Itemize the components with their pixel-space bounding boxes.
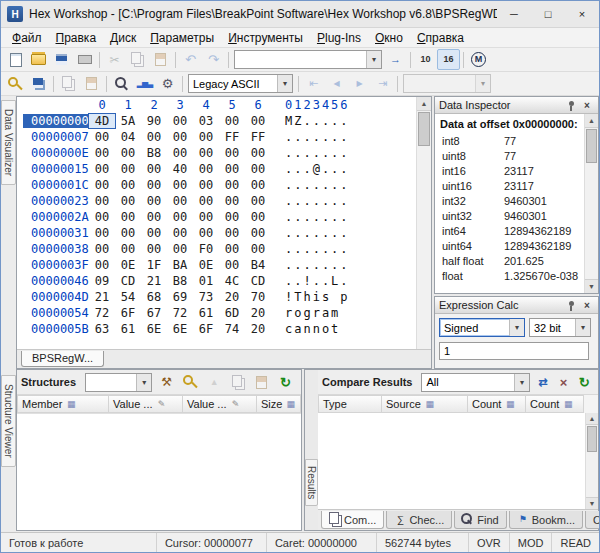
tab-bookmarks[interactable]: Bookm... [509,511,583,529]
hex-scrollbar-thumb[interactable] [418,112,430,146]
hex-byte-cell[interactable]: 00 [219,194,245,208]
compare-scrollbar[interactable] [585,413,598,509]
hex-byte-cell[interactable]: 61 [115,322,141,336]
ascii-cell[interactable]: ....... [285,258,350,272]
hex-byte-cell[interactable]: 1F [141,258,167,272]
hex-offset[interactable]: 00000046 [23,274,89,288]
hex-offset[interactable]: 00000054 [23,306,89,320]
hex-byte-cell[interactable]: 00 [219,146,245,160]
hex-offset[interactable]: 0000000E [23,146,89,160]
hex-byte-cell[interactable]: 00 [141,242,167,256]
tab-find[interactable]: Find [454,511,506,529]
hex-offset[interactable]: 00000015 [23,162,89,176]
hex-byte-cell[interactable]: 00 [167,146,193,160]
hex-byte-cell[interactable]: 6D [219,306,245,320]
structures-column-size[interactable]: Size [257,395,301,413]
menu-plugins[interactable]: Plug-Ins [310,29,368,47]
hex-byte-cell[interactable]: 74 [219,322,245,336]
hex-byte-cell[interactable]: 70 [245,290,271,304]
hex-offset[interactable]: 00000038 [23,242,89,256]
hex-byte-cell[interactable]: B8 [141,146,167,160]
hex-byte-cell[interactable]: 00 [219,242,245,256]
ascii-cell[interactable]: ....... [285,130,350,144]
hex-byte-cell[interactable]: 6F [193,322,219,336]
inspector-row[interactable]: int6412894362189 [435,223,584,238]
inspector-row[interactable]: int1623117 [435,163,584,178]
hex-byte-cell[interactable]: 00 [89,162,115,176]
inspector-row[interactable]: uint877 [435,148,584,163]
print-button[interactable] [73,49,96,70]
structures-column-value[interactable]: Value ... [109,395,183,413]
document-tab[interactable]: BPSRegW... [21,351,104,367]
find-button[interactable] [110,73,133,94]
structure-refresh-button[interactable] [274,372,297,393]
hex-byte-cell[interactable]: 68 [141,290,167,304]
hex-byte-cell[interactable]: 00 [115,242,141,256]
hex-byte-cell[interactable]: 00 [193,194,219,208]
compare-results-list[interactable] [318,413,585,509]
hex-byte-cell[interactable]: 00 [141,162,167,176]
hex-offset[interactable]: 0000004D [23,290,89,304]
goto-offset-combo[interactable] [234,50,382,69]
ascii-cell[interactable]: ....... [285,210,350,224]
tab-results[interactable]: Results [305,459,318,506]
hex-byte-cell[interactable]: 73 [193,290,219,304]
inspector-row[interactable]: float1.325670e-038 [435,268,584,283]
pin-icon[interactable] [564,299,578,312]
ascii-cell[interactable]: ....... [285,178,350,192]
hex-offset[interactable]: 0000005B [23,322,89,336]
inspector-row[interactable]: uint1623117 [435,178,584,193]
compare-column-source[interactable]: Source [382,395,468,413]
hex-byte-cell[interactable]: 20 [219,290,245,304]
hex-byte-cell[interactable]: 20 [245,306,271,320]
radix-hex-button[interactable] [437,49,460,70]
expression-input[interactable] [439,342,589,360]
hex-byte-cell[interactable]: 72 [167,306,193,320]
endian-big-motorola-button[interactable] [467,49,490,70]
ascii-cell[interactable]: ..!..L. [285,274,350,288]
hex-byte-cell[interactable]: 00 [245,114,271,128]
bit-width-combo[interactable]: 32 bit [529,318,591,337]
hex-byte-cell[interactable]: 00 [115,162,141,176]
hex-byte-cell[interactable]: B4 [245,258,271,272]
hex-byte-cell[interactable]: 00 [141,226,167,240]
hex-byte-cell[interactable]: 04 [115,130,141,144]
structure-paste-button[interactable] [250,372,273,393]
hex-byte-cell[interactable]: 00 [89,226,115,240]
bookmark-set-combo[interactable] [403,74,491,93]
tab-compare[interactable]: Com... [321,511,384,529]
inspector-row[interactable]: uint6412894362189 [435,238,584,253]
hex-byte-cell[interactable]: 69 [167,290,193,304]
ascii-cell[interactable]: ....... [285,242,350,256]
hex-offset[interactable]: 00000031 [23,226,89,240]
tab-checksum[interactable]: Chec... [386,511,452,529]
hex-byte-cell[interactable]: 00 [167,114,193,128]
hex-byte-cell[interactable]: 6F [115,306,141,320]
compare-scrollbar-thumb[interactable] [587,426,597,452]
hex-byte-cell[interactable]: 0E [193,258,219,272]
pin-icon[interactable] [564,99,578,112]
hex-byte-cell[interactable]: 00 [115,226,141,240]
inspector-scrollbar[interactable] [584,114,598,293]
save-file-button[interactable] [50,49,73,70]
hex-byte-cell[interactable]: 00 [245,146,271,160]
hex-byte-cell[interactable]: 00 [115,178,141,192]
hex-offset[interactable]: 00000023 [23,194,89,208]
menu-window[interactable]: Окно [368,29,410,47]
hex-byte-cell[interactable]: 00 [167,194,193,208]
hex-byte-cell[interactable]: 00 [219,178,245,192]
hex-byte-cell[interactable]: CD [245,274,271,288]
compare-column-count[interactable]: Count [468,395,526,413]
redo-button[interactable] [202,49,225,70]
hex-byte-cell[interactable]: 00 [219,114,245,128]
hex-byte-cell[interactable]: 00 [167,178,193,192]
scroll-up-icon[interactable] [417,97,431,111]
hex-offset[interactable]: 0000001C [23,178,89,192]
hex-byte-cell[interactable]: 00 [89,194,115,208]
hex-byte-cell[interactable]: 72 [89,306,115,320]
hex-scrollbar[interactable] [416,97,431,368]
structures-list[interactable] [17,413,301,530]
hex-byte-cell[interactable]: 00 [141,194,167,208]
hex-byte-cell[interactable]: 21 [89,290,115,304]
paste-special-button[interactable] [80,73,103,94]
